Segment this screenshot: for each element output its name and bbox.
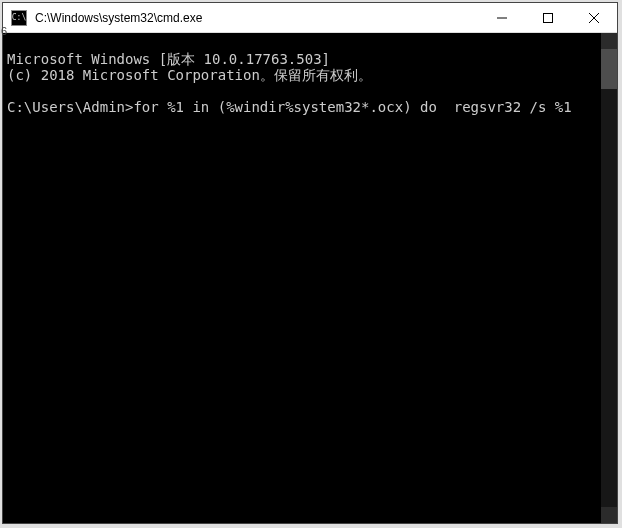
titlebar[interactable]: C:\ C:\Windows\system32\cmd.exe: [3, 3, 617, 33]
cmd-icon: C:\: [11, 10, 27, 26]
minimize-button[interactable]: [479, 3, 525, 32]
window-title: C:\Windows\system32\cmd.exe: [35, 11, 479, 25]
scrollbar-thumb[interactable]: [601, 49, 617, 89]
scrollbar-track: [601, 49, 617, 507]
terminal-prompt: C:\Users\Admin>: [7, 99, 133, 115]
footnote-marker: 6: [1, 25, 7, 37]
maximize-icon: [543, 13, 553, 23]
terminal-line: (c) 2018 Microsoft Corporation。保留所有权利。: [7, 67, 372, 83]
close-icon: [589, 13, 599, 23]
terminal-command-input[interactable]: for %1 in (%windir%system32*.ocx) do reg…: [133, 99, 571, 115]
window-controls: [479, 3, 617, 32]
maximize-button[interactable]: [525, 3, 571, 32]
cmd-window: C:\ C:\Windows\system32\cmd.exe Microsof…: [2, 2, 618, 524]
terminal-line: Microsoft Windows [版本 10.0.17763.503]: [7, 51, 330, 67]
terminal-area[interactable]: Microsoft Windows [版本 10.0.17763.503] (c…: [3, 33, 617, 523]
close-button[interactable]: [571, 3, 617, 32]
scrollbar[interactable]: [601, 33, 617, 523]
svg-rect-1: [544, 13, 553, 22]
minimize-icon: [497, 13, 507, 23]
